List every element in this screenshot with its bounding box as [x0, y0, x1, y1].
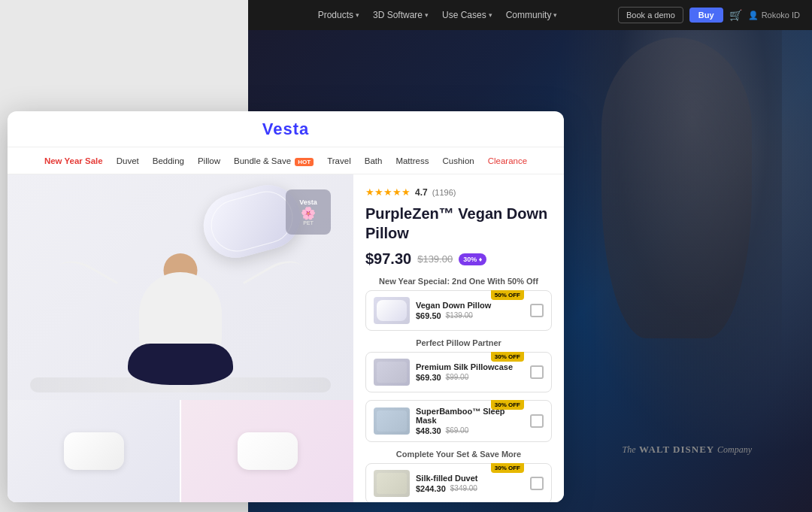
cart-icon[interactable]: 🛒: [729, 9, 742, 21]
dark-navbar-actions: Book a demo Buy 🛒 👤 Rokoko ID: [618, 7, 800, 23]
book-demo-button[interactable]: Book a demo: [618, 7, 683, 23]
product-title: PurpleZen™ Vegan Down Pillow: [365, 204, 552, 243]
bundle-section-2: Perfect Pillow Partner Premium Silk Pill…: [365, 338, 552, 392]
dark-navbar: Products ▾ 3D Software ▾ Use Cases ▾ Com…: [248, 0, 812, 30]
bundle-item-2-info: Premium Silk Pillowcase $69.30 $99.00: [416, 362, 524, 382]
dark-nav-community-label: Community: [506, 10, 552, 20]
rating-stars: ★★★★★: [365, 186, 411, 198]
dark-nav-usecases[interactable]: Use Cases ▾: [436, 7, 498, 23]
bundle-item-4-price: $244.30: [416, 484, 446, 493]
bundle-item-1-name: Vegan Down Pillow: [416, 301, 524, 310]
product-price-row: $97.30 $139.00 30% ♦: [365, 250, 552, 268]
vesta-nav-bundle[interactable]: Bundle & Save HOT: [234, 156, 314, 165]
dark-nav-3dsoftware[interactable]: 3D Software ▾: [367, 7, 435, 23]
vesta-nav-bedding[interactable]: Bedding: [153, 156, 184, 165]
bundle-section-4-header: Complete Your Set & Save More: [365, 450, 552, 459]
vesta-product-details: ★★★★★ 4.7 (1196) PurpleZen™ Vegan Down P…: [353, 174, 564, 502]
vesta-content: Vesta 🌸 PET ★★★★★: [8, 174, 564, 502]
bundle-item-3-orig: $69.00: [446, 426, 469, 435]
user-icon: 👤: [748, 11, 759, 20]
person-dark-silhouette: [601, 38, 752, 338]
rating-score: 4.7: [415, 187, 428, 198]
buy-button[interactable]: Buy: [689, 8, 723, 23]
thumb-img-2: [377, 362, 407, 383]
bundle-item-silk-duvet: Silk-filled Duvet $244.30 $349.00 30% OF…: [365, 463, 552, 502]
vesta-nav-pillow[interactable]: Pillow: [198, 156, 220, 165]
user-label: Rokoko ID: [762, 11, 800, 20]
bundle-section-2-header: Perfect Pillow Partner: [365, 338, 552, 347]
thumb-img-3: [377, 411, 407, 432]
vesta-nav-duvet[interactable]: Duvet: [117, 156, 139, 165]
person-arm-left: [47, 252, 118, 314]
thumbnail-2[interactable]: [181, 400, 353, 502]
chevron-down-icon: ▾: [356, 11, 359, 19]
bundle-checkbox-3[interactable]: [530, 414, 544, 428]
vesta-header: Vesta: [8, 111, 564, 147]
thumbnail-row: [8, 400, 353, 502]
bundle-thumb-4: [374, 470, 410, 497]
dark-nav: Products ▾ 3D Software ▾ Use Cases ▾ Com…: [260, 7, 615, 23]
bundle-item-1-info: Vegan Down Pillow $69.50 $139.00: [416, 301, 524, 320]
user-menu[interactable]: 👤 Rokoko ID: [748, 11, 800, 20]
vesta-nav: New Year Sale Duvet Bedding Pillow Bundl…: [8, 147, 564, 174]
dark-nav-community[interactable]: Community ▾: [500, 7, 564, 23]
thumb-img-1: [377, 300, 407, 321]
bundle-item-silk-pillowcase: Premium Silk Pillowcase $69.30 $99.00 30…: [365, 352, 552, 392]
vesta-product-card: Vesta New Year Sale Duvet Bedding Pillow…: [8, 111, 564, 502]
vesta-nav-new-year-sale[interactable]: New Year Sale: [44, 156, 103, 165]
bundle-discount-tag-3: 30% OFF: [491, 400, 524, 410]
bundle-item-2-orig: $99.00: [446, 373, 469, 382]
dark-nav-products[interactable]: Products ▾: [312, 7, 365, 23]
bundle-item-1-prices: $69.50 $139.00: [416, 311, 524, 320]
vesta-nav-clearance[interactable]: Clearance: [488, 156, 527, 165]
bundle-discount-tag-1: 50% OFF: [491, 290, 524, 300]
bundle-thumb-2: [374, 359, 410, 386]
bundle-thumb-1: [374, 297, 410, 324]
bundle-item-4-info: Silk-filled Duvet $244.30 $349.00: [416, 474, 524, 493]
vesta-nav-bath[interactable]: Bath: [365, 156, 383, 165]
bundle-item-4-orig: $349.00: [450, 484, 477, 493]
thumbnail-1[interactable]: [8, 400, 181, 502]
dark-nav-usecases-label: Use Cases: [442, 10, 486, 20]
bundle-section-3: SuperBamboo™ Sleep Mask $48.30 $69.00 30…: [365, 400, 552, 442]
bundle-item-sleep-mask: SuperBamboo™ Sleep Mask $48.30 $69.00 30…: [365, 400, 552, 442]
bundle-checkbox-2[interactable]: [530, 365, 544, 379]
discount-badge: 30% ♦: [459, 253, 486, 265]
price-original: $139.00: [417, 253, 453, 265]
bundle-item-1-orig: $139.00: [446, 311, 473, 320]
vesta-logo: Vesta: [262, 120, 310, 139]
main-product-image: Vesta 🌸 PET: [8, 174, 353, 400]
dark-nav-products-label: Products: [318, 10, 353, 20]
bundle-section-1-header: New Year Special: 2nd One With 50% Off: [365, 277, 552, 286]
bundle-item-2-price: $69.30: [416, 373, 441, 382]
hot-badge: HOT: [295, 158, 314, 166]
vesta-watermark: Vesta 🌸 PET: [286, 189, 331, 235]
product-rating: ★★★★★ 4.7 (1196): [365, 186, 552, 198]
thumb-img-4: [377, 473, 407, 494]
bundle-item-2-prices: $69.30 $99.00: [416, 373, 524, 382]
bundle-checkbox-4[interactable]: [530, 477, 544, 490]
bundle-thumb-3: [374, 407, 410, 435]
rating-count: (1196): [432, 188, 456, 197]
person-area: [8, 250, 353, 400]
bundle-item-3-prices: $48.30 $69.00: [416, 426, 524, 435]
bundle-discount-tag-2: 30% OFF: [491, 352, 524, 362]
dark-nav-3dsoftware-label: 3D Software: [373, 10, 423, 20]
person-arm-right: [243, 252, 314, 314]
bundle-checkbox-1[interactable]: [530, 304, 544, 317]
bundle-item-3-price: $48.30: [416, 426, 441, 435]
bundle-item-3-info: SuperBamboo™ Sleep Mask $48.30 $69.00: [416, 407, 524, 435]
bundle-section-4: Complete Your Set & Save More Silk-fille…: [365, 450, 552, 502]
vesta-nav-mattress[interactable]: Mattress: [395, 156, 429, 165]
thumb-pillow-1: [64, 432, 124, 470]
vesta-nav-cushion[interactable]: Cushion: [442, 156, 474, 165]
chevron-down-icon: ▾: [553, 11, 557, 19]
person-legs: [128, 344, 233, 385]
vesta-nav-travel[interactable]: Travel: [327, 156, 351, 165]
product-images: Vesta 🌸 PET: [8, 174, 353, 502]
chevron-down-icon: ▾: [425, 11, 429, 19]
bundle-discount-tag-4: 30% OFF: [491, 463, 524, 473]
pillow-detail: [205, 186, 298, 257]
bundle-item-4-name: Silk-filled Duvet: [416, 474, 524, 483]
bundle-section-1: New Year Special: 2nd One With 50% Off V…: [365, 277, 552, 331]
